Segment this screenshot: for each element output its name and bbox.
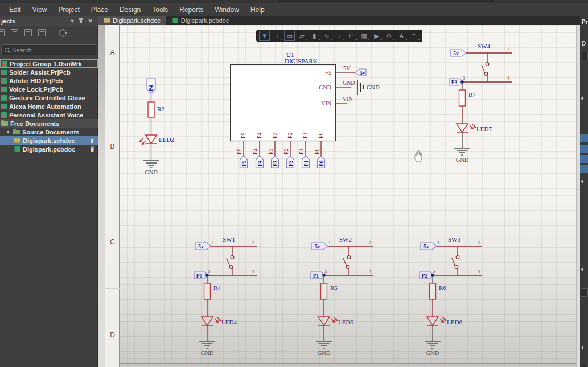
switch-symbol[interactable] [452, 246, 459, 275]
expand-arrow-icon[interactable] [581, 267, 585, 271]
circuit-sw2[interactable]: SW2 5v 1 2 3 4 P1 [310, 235, 379, 358]
port-5v[interactable]: 5v [450, 50, 466, 56]
right-panel-button[interactable] [581, 365, 588, 367]
circuit-sw4[interactable]: SW4 5v 1 2 3 4 P3 [449, 42, 517, 165]
net-label-vin[interactable]: VIN [343, 96, 353, 102]
pin-vin[interactable]: VIN [321, 100, 331, 107]
place-arrow-icon[interactable]: ↓ [334, 31, 344, 41]
place-net-label-icon[interactable]: ⊢ [346, 31, 357, 41]
place-sheet-symbol-icon[interactable]: ▦ [359, 31, 369, 41]
u1-body[interactable] [231, 65, 336, 141]
circuit-led2-branch[interactable]: P4 R2 LED2 GND [134, 74, 179, 182]
save-document-icon[interactable] [0, 29, 5, 36]
port-5v[interactable]: 5v [355, 69, 366, 76]
menu-reports[interactable]: Reports [174, 4, 209, 15]
panel-pin-icon[interactable] [80, 19, 82, 23]
filter-icon[interactable]: ▼ [259, 31, 270, 41]
port-5v[interactable]: 5v [421, 243, 437, 250]
expand-arrow-icon[interactable] [581, 346, 585, 350]
ports-p5-p0[interactable]: P5 P4 P3 P2 P1 P0 [240, 156, 325, 168]
schematic-canvas[interactable]: A B C D ▼ + ▭ ▱ ▮ ∿ ↓ ⊢ ▦ ▶ ⊙ A ◠ U1 DIG… [98, 25, 576, 367]
menu-project[interactable]: Project [52, 4, 85, 15]
open-document-icon[interactable] [11, 29, 18, 36]
right-panel-button[interactable] [581, 288, 588, 297]
resistor[interactable]: R7 [459, 90, 476, 106]
led-symbol[interactable]: LED7 [457, 124, 492, 132]
led-symbol[interactable]: LED6 [427, 317, 462, 325]
u1-comment[interactable]: DIGISPARK [285, 58, 318, 64]
right-panel-selected-row[interactable] [580, 155, 588, 163]
expand-arrow-icon[interactable] [581, 180, 585, 184]
place-wire-icon[interactable]: ∿ [322, 31, 332, 41]
place-part-icon[interactable]: ▮ [309, 31, 320, 41]
power-gnd-symbol[interactable]: GND [357, 80, 380, 95]
right-panel-selected-row[interactable] [580, 145, 588, 153]
tree-item-free-documents[interactable]: Free Documents [0, 119, 98, 128]
tree-item-workspace[interactable]: Project Group 1.DsnWrk [0, 59, 98, 68]
led-symbol[interactable]: LED5 [318, 317, 353, 325]
tree-item-project[interactable]: Adobe HID.PrjPcb [0, 76, 98, 85]
led2-symbol[interactable]: LED2 [139, 135, 174, 145]
menu-window[interactable]: Window [209, 4, 245, 15]
properties-panel-clipped[interactable]: Pr D [580, 16, 588, 367]
menu-design[interactable]: Design [114, 4, 146, 15]
place-arc-icon[interactable]: ◠ [409, 31, 420, 41]
selection-rectangle-icon[interactable]: ▭ [284, 31, 295, 41]
sw1-designator[interactable]: SW1 [223, 236, 235, 243]
port-5v[interactable]: 5v [312, 243, 328, 250]
tree-item-digispark-pcbdoc[interactable]: Digispark.pcbdoc [0, 145, 98, 153]
resistor-r2[interactable]: R2 [148, 102, 165, 117]
circuit-sw3[interactable]: SW3 5v 1 2 3 4 P2 [419, 235, 487, 358]
gnd-symbol[interactable]: GND [425, 341, 441, 356]
projects-search-input[interactable]: Search [1, 44, 96, 55]
gnd-symbol[interactable]: GND [199, 341, 215, 356]
place-directive-icon[interactable]: ▶ [371, 31, 382, 41]
panel-dropdown-icon[interactable]: ▾ [68, 18, 77, 24]
tree-item-digispark-schdoc[interactable]: Digispark.schdoc [0, 136, 98, 145]
switch-symbol[interactable] [227, 246, 234, 275]
place-power-port-icon[interactable]: ⊙ [384, 31, 394, 41]
expand-arrow-icon[interactable] [7, 130, 11, 134]
port-p4[interactable]: P4 [147, 79, 155, 93]
vertical-scrollbar[interactable] [576, 25, 580, 367]
gnd-symbol[interactable]: GND [454, 148, 470, 163]
menu-place[interactable]: Place [85, 4, 114, 15]
schematic-sheet[interactable]: ▼ + ▭ ▱ ▮ ∿ ↓ ⊢ ▦ ▶ ⊙ A ◠ U1 DIGISPARK +… [120, 25, 576, 363]
tree-item-project[interactable]: Personal Assistant Voice [0, 111, 98, 119]
menu-help[interactable]: Help [245, 4, 270, 15]
switch-symbol[interactable] [482, 53, 489, 82]
gnd-symbol[interactable]: GND [143, 161, 159, 176]
tab-digispark-pcbdoc[interactable]: Digispark.pcbdoc [166, 16, 235, 25]
resistor[interactable]: R4 [204, 283, 221, 299]
menu-view[interactable]: View [27, 4, 53, 15]
paste-icon[interactable]: ▱ [297, 31, 307, 41]
component-u1-digispark[interactable]: U1 DIGISPARK +5 5V 5v GND GND GND VIN [230, 51, 384, 177]
tree-item-project[interactable]: Solder Assist.PrjPcb [0, 68, 98, 76]
tree-item-project[interactable]: Gesture Controlled Glove [0, 93, 98, 102]
tree-item-project[interactable]: Voice Lock.PrjPcb [0, 85, 98, 93]
resistor[interactable]: R5 [321, 283, 338, 299]
switch-symbol[interactable] [343, 246, 351, 275]
led-symbol[interactable]: LED4 [202, 317, 237, 325]
port-5v[interactable]: 5v [195, 243, 211, 250]
pin-plus5[interactable]: +5 [325, 70, 331, 76]
net-label-5v[interactable]: 5V [343, 65, 351, 71]
settings-gear-icon[interactable] [59, 29, 67, 37]
sw4-designator[interactable]: SW4 [478, 43, 491, 50]
panel-close-icon[interactable]: ✕ [85, 18, 96, 24]
tree-item-project[interactable]: Alexa Home Automation [0, 102, 98, 111]
expand-arrow-icon[interactable] [581, 96, 585, 100]
move-icon[interactable]: + [272, 31, 282, 41]
sw2-designator[interactable]: SW2 [339, 236, 352, 243]
pin-gnd[interactable]: GND [319, 84, 331, 91]
explorer-icon[interactable] [38, 29, 46, 36]
sw3-designator[interactable]: SW3 [448, 236, 461, 243]
resistor[interactable]: R6 [430, 283, 447, 299]
tab-digispark-schdoc[interactable]: Digispark.schdoc [98, 16, 166, 25]
tree-item-source-documents[interactable]: Source Documents [0, 128, 98, 136]
right-panel-selected-row[interactable] [580, 134, 588, 142]
gnd-symbol[interactable]: GND [316, 341, 332, 356]
compile-project-icon[interactable] [24, 29, 32, 36]
menu-edit[interactable]: Edit [3, 4, 27, 15]
menu-tools[interactable]: Tools [146, 4, 174, 15]
